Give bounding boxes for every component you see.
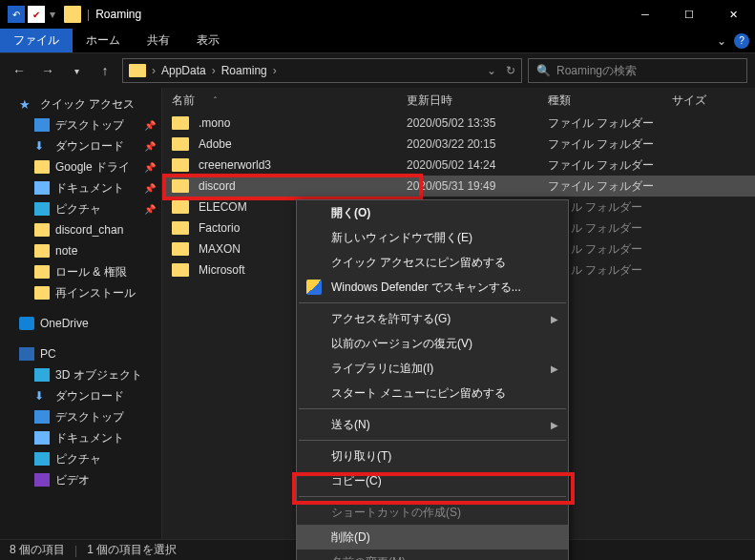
up-button[interactable]: ↑ bbox=[94, 59, 116, 82]
context-sendto[interactable]: 送る(N)▶ bbox=[297, 412, 568, 437]
title-separator: | bbox=[87, 8, 90, 21]
context-cut[interactable]: 切り取り(T) bbox=[297, 444, 568, 468]
sidebar-item[interactable]: ⬇ダウンロード bbox=[0, 385, 161, 406]
maximize-button[interactable]: ☐ bbox=[667, 0, 711, 29]
qat-check-icon[interactable]: ✔ bbox=[28, 6, 45, 23]
sidebar-quick-access[interactable]: ★ クイック アクセス bbox=[0, 93, 161, 114]
address-bar[interactable]: › AppData › Roaming › ⌄ ↻ bbox=[122, 58, 522, 83]
video-icon bbox=[34, 473, 50, 487]
sidebar-item[interactable]: ドキュメント bbox=[0, 427, 161, 448]
titlebar: ↶ ✔ ▾ | Roaming ─ ☐ ✕ bbox=[0, 0, 755, 29]
context-rename[interactable]: 名前の変更(M) bbox=[297, 550, 568, 560]
col-date[interactable]: 更新日時 bbox=[407, 93, 548, 109]
qat-undo-icon[interactable]: ↶ bbox=[8, 6, 25, 23]
close-button[interactable]: ✕ bbox=[711, 0, 755, 29]
context-pin-quick[interactable]: クイック アクセスにピン留めする bbox=[297, 250, 568, 275]
history-dropdown[interactable]: ▾ bbox=[65, 59, 88, 82]
folder-icon bbox=[172, 263, 189, 277]
context-delete[interactable]: 削除(D) bbox=[297, 525, 568, 550]
breadcrumb-sep: › bbox=[273, 64, 277, 77]
status-separator: | bbox=[74, 544, 77, 557]
breadcrumb-current[interactable]: Roaming bbox=[221, 64, 267, 77]
folder-row[interactable]: Adobe2020/03/22 20:15ファイル フォルダー bbox=[162, 134, 755, 155]
status-selection: 1 個の項目を選択 bbox=[87, 542, 177, 558]
tab-file[interactable]: ファイル bbox=[0, 29, 73, 52]
col-type[interactable]: 種類 bbox=[548, 93, 672, 109]
pin-icon: 📌 bbox=[144, 183, 161, 194]
sidebar-item[interactable]: 再インストール bbox=[0, 282, 161, 303]
context-separator bbox=[299, 408, 566, 409]
pictures-icon bbox=[34, 202, 50, 216]
sidebar-item[interactable]: Google ドライ📌 bbox=[0, 156, 161, 177]
help-icon[interactable]: ? bbox=[734, 33, 749, 49]
back-button[interactable]: ← bbox=[8, 59, 31, 82]
chevron-right-icon: ▶ bbox=[551, 314, 558, 324]
search-box[interactable]: 🔍 Roamingの検索 bbox=[528, 58, 747, 83]
context-copy[interactable]: コピー(C) bbox=[297, 468, 568, 493]
pin-icon: 📌 bbox=[144, 120, 161, 131]
sidebar-item[interactable]: ビデオ bbox=[0, 469, 161, 490]
folder-row[interactable]: creenerworld32020/05/02 14:24ファイル フォルダー bbox=[162, 155, 755, 176]
expand-ribbon-icon[interactable]: ⌄ bbox=[717, 34, 726, 48]
tab-share[interactable]: 共有 bbox=[134, 28, 183, 53]
sidebar-item[interactable]: ピクチャ📌 bbox=[0, 198, 161, 219]
col-size[interactable]: サイズ bbox=[672, 93, 755, 109]
search-placeholder: Roamingの検索 bbox=[556, 63, 637, 79]
sidebar-item[interactable]: ピクチャ bbox=[0, 448, 161, 469]
context-access[interactable]: アクセスを許可する(G)▶ bbox=[297, 306, 568, 331]
folder-icon bbox=[34, 286, 50, 300]
document-icon bbox=[34, 181, 50, 195]
context-open[interactable]: 開く(O) bbox=[297, 200, 568, 225]
sidebar-pc[interactable]: PC bbox=[0, 343, 161, 364]
qat-dropdown-icon[interactable]: ▾ bbox=[50, 8, 55, 21]
sidebar-item[interactable]: note bbox=[0, 240, 161, 261]
search-icon: 🔍 bbox=[536, 64, 551, 77]
pin-icon: 📌 bbox=[144, 141, 161, 152]
pictures-icon bbox=[34, 452, 50, 466]
tab-view[interactable]: 表示 bbox=[183, 28, 233, 53]
context-menu: 開く(O) 新しいウィンドウで開く(E) クイック アクセスにピン留めする Wi… bbox=[296, 199, 569, 560]
sidebar-item[interactable]: ロール & 権限 bbox=[0, 261, 161, 282]
sidebar-item[interactable]: discord_chan bbox=[0, 219, 161, 240]
sidebar-item[interactable]: ドキュメント📌 bbox=[0, 177, 161, 198]
chevron-right-icon: ▶ bbox=[551, 363, 558, 374]
sidebar-item[interactable]: デスクトップ📌 bbox=[0, 114, 161, 135]
context-library[interactable]: ライブラリに追加(I)▶ bbox=[297, 356, 568, 381]
status-count: 8 個の項目 bbox=[10, 542, 65, 558]
folder-icon bbox=[172, 200, 189, 214]
desktop-icon bbox=[34, 410, 50, 424]
folder-icon bbox=[172, 137, 189, 151]
context-separator bbox=[299, 302, 566, 303]
ribbon: ファイル ホーム 共有 表示 ⌄ ? bbox=[0, 29, 755, 53]
chevron-right-icon: ▶ bbox=[551, 420, 558, 430]
refresh-button[interactable]: ↻ bbox=[506, 64, 515, 77]
sidebar-item[interactable]: ⬇ダウンロード📌 bbox=[0, 135, 161, 156]
download-icon: ⬇ bbox=[34, 139, 50, 153]
desktop-icon bbox=[34, 118, 50, 132]
context-open-new[interactable]: 新しいウィンドウで開く(E) bbox=[297, 225, 568, 250]
sidebar-item[interactable]: デスクトップ bbox=[0, 406, 161, 427]
context-defender[interactable]: Windows Defender でスキャンする... bbox=[297, 275, 568, 300]
folder-icon bbox=[34, 160, 50, 174]
breadcrumb-parent[interactable]: AppData bbox=[161, 64, 206, 77]
3d-icon bbox=[34, 368, 50, 382]
context-shortcut[interactable]: ショートカットの作成(S) bbox=[297, 500, 568, 525]
address-dropdown-icon[interactable]: ⌄ bbox=[487, 64, 496, 77]
context-restore[interactable]: 以前のバージョンの復元(V) bbox=[297, 331, 568, 356]
pin-icon: 📌 bbox=[144, 204, 161, 215]
document-icon bbox=[34, 431, 50, 445]
tab-home[interactable]: ホーム bbox=[73, 28, 134, 53]
sidebar-item[interactable]: 3D オブジェクト bbox=[0, 364, 161, 385]
col-name[interactable]: 名前 bbox=[172, 93, 195, 109]
folder-row-selected[interactable]: discord2020/05/31 19:49ファイル フォルダー bbox=[162, 176, 755, 197]
folder-icon bbox=[34, 265, 50, 279]
folder-row[interactable]: .mono2020/05/02 13:35ファイル フォルダー bbox=[162, 113, 755, 134]
window-title: Roaming bbox=[95, 8, 141, 21]
pin-icon: 📌 bbox=[144, 162, 161, 173]
sidebar-onedrive[interactable]: OneDrive bbox=[0, 313, 161, 334]
forward-button[interactable]: → bbox=[36, 59, 59, 82]
minimize-button[interactable]: ─ bbox=[623, 0, 667, 29]
folder-icon bbox=[172, 116, 189, 130]
context-pin-start[interactable]: スタート メニューにピン留めする bbox=[297, 381, 568, 405]
sidebar: ★ クイック アクセス デスクトップ📌 ⬇ダウンロード📌 Google ドライ📌… bbox=[0, 88, 162, 539]
